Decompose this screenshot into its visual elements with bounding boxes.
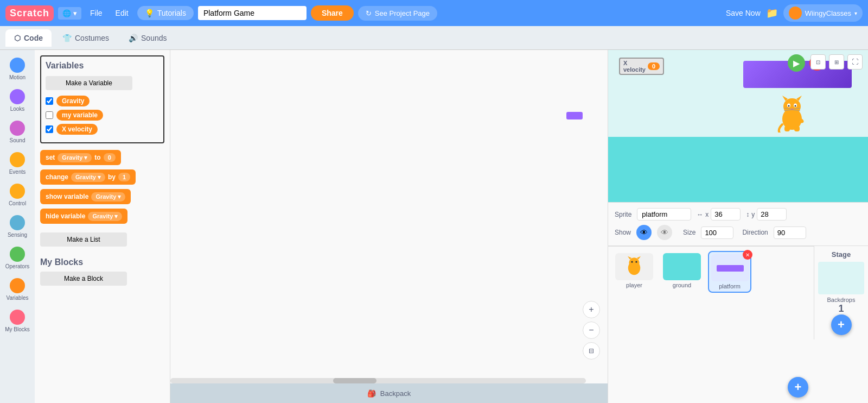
delete-badge[interactable]: ✕ — [743, 250, 752, 260]
var-row-myvariable: my variable — [46, 110, 159, 121]
myvariable-badge[interactable]: my variable — [56, 110, 103, 121]
edit-menu[interactable]: Edit — [111, 7, 133, 20]
player-sprite-img — [615, 253, 653, 280]
stage-platform — [608, 137, 868, 202]
hide-eye-button[interactable]: 👁 — [657, 225, 672, 240]
x-coord-input[interactable] — [711, 208, 741, 221]
gravity-checkbox[interactable] — [46, 97, 53, 105]
show-label: Show — [615, 229, 631, 236]
categories-sidebar: Motion Looks Sound Events Control Sensin… — [0, 50, 35, 403]
ground-sprite-img — [663, 253, 701, 280]
sidebar-item-sound[interactable]: Sound — [1, 117, 34, 147]
make-list-button[interactable]: Make a List — [40, 232, 127, 247]
make-variable-button[interactable]: Make a Variable — [46, 76, 132, 90]
project-name-input[interactable] — [198, 6, 307, 20]
sprite-list-area: player ground ✕ platform — [608, 245, 868, 403]
sidebar-item-motion[interactable]: Motion — [1, 54, 34, 84]
share-button[interactable]: Share — [311, 5, 354, 21]
stage-medium-button[interactable]: ⊞ — [829, 54, 844, 70]
myvariable-checkbox[interactable] — [46, 111, 53, 119]
sidebar-item-events[interactable]: Events — [1, 149, 34, 178]
sprite-info-panel: Sprite ↔ x ↕ y Show 👁 � — [608, 202, 868, 245]
sprite-thumb-platform[interactable]: ✕ platform — [708, 251, 751, 293]
y-arrows-icon: ↕ — [746, 211, 749, 218]
make-block-button[interactable]: Make a Block — [40, 272, 127, 286]
sidebar-item-myblocks[interactable]: My Blocks — [1, 306, 34, 336]
costume-icon: 👕 — [62, 34, 72, 42]
sidebar-item-sensing[interactable]: Sensing — [1, 212, 34, 241]
xvelocity-checkbox[interactable] — [46, 125, 53, 133]
zoom-in-button[interactable]: + — [583, 301, 600, 318]
size-input[interactable] — [701, 226, 733, 239]
globe-icon: 🌐 — [62, 9, 71, 17]
sprite-thumb-player[interactable]: player — [612, 251, 656, 291]
operators-label: Operators — [5, 263, 29, 269]
globe-button[interactable]: 🌐 ▾ — [58, 7, 81, 20]
control-dot — [10, 184, 25, 199]
refresh-icon: ↻ — [366, 9, 372, 17]
folder-icon[interactable]: 📁 — [766, 7, 778, 19]
stage-preview: Gravity 0 X velocity 0 ▶ ⊡ ⊞ ⛶ — [608, 50, 868, 202]
scratch-logo[interactable]: Scratch — [5, 5, 54, 21]
sprite-thumb-ground[interactable]: ground — [660, 251, 704, 291]
events-label: Events — [9, 169, 26, 175]
main-layout: Motion Looks Sound Events Control Sensin… — [0, 50, 868, 403]
tabbar: ⬡ Code 👕 Costumes 🔊 Sounds — [0, 26, 868, 50]
block-show-gravity[interactable]: show variable Gravity ▾ — [40, 189, 164, 204]
save-now-button[interactable]: Save Now — [726, 9, 761, 17]
right-panel: Gravity 0 X velocity 0 ▶ ⊡ ⊞ ⛶ — [608, 50, 868, 403]
stage-fullscreen-button[interactable]: ⛶ — [847, 54, 863, 70]
variables-section: Variables Make a Variable Gravity my var… — [40, 55, 164, 143]
fit-button[interactable]: ⊟ — [583, 342, 600, 360]
add-backdrop-button[interactable]: + — [831, 314, 852, 335]
tab-code[interactable]: ⬡ Code — [5, 29, 52, 47]
eye-closed-icon: 👁 — [661, 228, 668, 237]
block-set-gravity[interactable]: set Gravity ▾ to 0 — [40, 150, 164, 165]
gravity-badge[interactable]: Gravity — [56, 96, 90, 106]
block-change-gravity[interactable]: change Gravity ▾ by 1 — [40, 169, 164, 185]
stage-panel-label: Stage — [832, 250, 851, 259]
sprite-label: Sprite — [615, 211, 631, 218]
sidebar-item-looks[interactable]: Looks — [1, 86, 34, 115]
y-coord-input[interactable] — [757, 208, 787, 221]
looks-dot — [10, 89, 25, 104]
looks-label: Looks — [10, 106, 25, 112]
variables-title: Variables — [46, 61, 159, 71]
horizontal-scrollbar[interactable] — [170, 378, 586, 383]
sprite-y-coord: ↕ y — [746, 208, 787, 221]
add-sprite-button[interactable]: + — [788, 377, 808, 398]
cat-sprite — [776, 95, 808, 133]
var-row-gravity: Gravity — [46, 96, 159, 106]
see-project-button[interactable]: ↻ See Project Page — [358, 6, 437, 21]
stage-mini-preview[interactable] — [818, 262, 864, 294]
xvelocity-badge[interactable]: X velocity — [56, 124, 98, 135]
stage-small-button[interactable]: ⊡ — [810, 54, 826, 70]
scrollbar-thumb[interactable] — [333, 378, 376, 383]
tab-sounds[interactable]: 🔊 Sounds — [120, 29, 175, 47]
block-hide-gravity[interactable]: hide variable Gravity ▾ — [40, 209, 164, 224]
my-blocks-section: My Blocks Make a Block — [40, 257, 164, 291]
canvas-inner[interactable]: + − ⊟ — [170, 50, 608, 403]
sprite-name-input[interactable] — [637, 208, 691, 221]
file-menu[interactable]: File — [86, 7, 107, 20]
user-badge[interactable]: WiingyClasses ▾ — [783, 4, 863, 22]
myblocks-label: My Blocks — [5, 326, 30, 332]
svg-point-7 — [795, 105, 796, 107]
show-eye-button[interactable]: 👁 — [636, 225, 652, 240]
svg-point-17 — [629, 257, 639, 268]
motion-label: Motion — [9, 74, 25, 80]
backpack-bar[interactable]: 🎒 Backpack — [170, 383, 608, 403]
tutorials-button[interactable]: 💡 Tutorials — [137, 6, 194, 20]
tab-costumes[interactable]: 👕 Costumes — [54, 29, 118, 47]
green-flag-button[interactable]: ▶ — [788, 54, 805, 72]
direction-input[interactable] — [774, 226, 806, 239]
sidebar-item-control[interactable]: Control — [1, 180, 34, 210]
sidebar-item-variables[interactable]: Variables — [1, 275, 34, 304]
globe-arrow: ▾ — [73, 9, 77, 17]
svg-point-1 — [783, 98, 801, 115]
sidebar-item-operators[interactable]: Operators — [1, 243, 34, 273]
stage-panel: Stage Backdrops 1 + — [814, 246, 868, 339]
code-icon: ⬡ — [14, 34, 21, 42]
zoom-out-button[interactable]: − — [583, 322, 600, 339]
svg-rect-22 — [717, 265, 744, 272]
